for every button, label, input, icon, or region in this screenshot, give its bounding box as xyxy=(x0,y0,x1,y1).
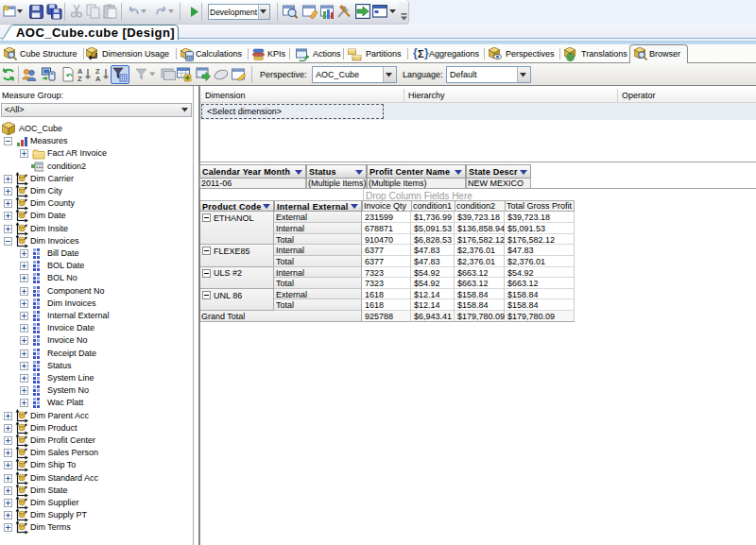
svg-text:A: A xyxy=(95,75,101,82)
svg-text:Z: Z xyxy=(77,75,82,82)
